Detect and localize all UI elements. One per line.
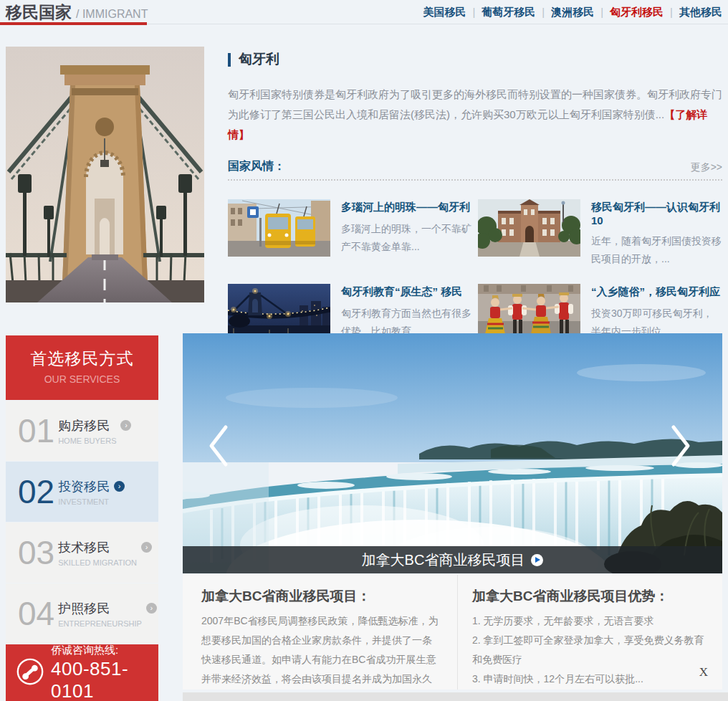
service-item-skilled[interactable]: 03 技术移民 SKILLED MIGRATION › [6,523,158,583]
services-title-cn: 首选移民方式 [6,348,158,370]
article-excerpt: 近年，随着匈牙利国债投资移民项目的开放，... [591,232,722,268]
nav-item-hungary[interactable]: 匈牙利移民 [610,6,664,18]
carousel-caption-text: 加拿大BC省商业移民项目 [362,550,525,570]
service-number: 03 [18,536,54,569]
service-number: 01 [18,414,54,447]
hotline-number: 400-851-0101 [51,658,158,701]
chevron-right-icon: › [120,420,131,431]
nav-item-other[interactable]: 其他移民 [679,6,722,18]
service-label-cn: 投资移民 [58,478,110,495]
service-label-cn: 技术移民 [58,539,137,556]
niagara-falls-image [183,333,722,573]
article-item[interactable]: “入乡随俗”，移民匈牙利应 投资30万即可移民匈牙利，半年内一步到位... [478,284,722,341]
article-item[interactable]: 移民匈牙利——认识匈牙利10 近年，随着匈牙利国债投资移民项目的开放，... [478,199,722,268]
article-title[interactable]: 移民匈牙利——认识匈牙利10 [591,201,722,226]
service-item-investment[interactable]: 02 投资移民 INVESTMENT › [6,462,158,522]
service-label-en: HOME BUYERS [58,437,116,445]
phone-icon [15,657,45,690]
article-thumb-trams [228,199,330,257]
nav-separator: | [542,6,545,18]
service-number: 02 [18,475,54,508]
article-title[interactable]: “入乡随俗”，移民匈牙利应 [591,285,722,299]
top-nav: 美国移民|葡萄牙移民|澳洲移民|匈牙利移民|其他移民 [423,6,722,19]
article-grid: 多瑙河上的明珠——匈牙利 多瑙河上的明珠，一个不靠矿产不靠黄金单靠... [228,199,722,341]
advantage-item: 3. 申请时间快，12个月左右可以获批... [472,669,705,689]
nav-separator: | [472,6,475,18]
advantage-item: 1. 无学历要求，无年龄要求，无语言要求 [472,611,705,631]
project-panel: 加拿大BC省商业移民项目： 2007年BC省移民局调整移民政策，降低甄选标准，为… [183,575,722,690]
article-title[interactable]: 匈牙利教育“原生态” 移民 [341,285,472,299]
carousel: 加拿大BC省商业移民项目 [183,333,722,573]
chevron-right-icon: › [141,542,152,553]
nav-item-australia[interactable]: 澳洲移民 [551,6,594,18]
chevron-left-icon [211,427,226,464]
page-title: 移民国家/ IMMIGRANT [6,1,148,24]
service-label-en: SKILLED MIGRATION [58,558,137,567]
chain-bridge-image [6,47,204,302]
article-excerpt: 多瑙河上的明珠，一个不靠矿产不靠黄金单靠... [341,220,472,256]
hotline-box: 侨诚咨询热线: 400-851-0101 [6,644,158,701]
chevron-right-icon: › [146,603,157,614]
service-item-home-buyers[interactable]: 01 购房移民 HOME BUYERS › [6,401,158,461]
page-title-en: / IMMIGRANT [76,8,148,20]
country-description: 匈牙利国家特别债券是匈牙利政府为了吸引更多的海外移民而特别设置的一种国家债券。匈… [228,85,722,145]
heading-accent-bar [228,53,231,67]
more-link[interactable]: 更多>> [691,161,722,174]
customs-header: 国家风情： 更多>> [228,159,722,174]
close-button[interactable]: X [699,665,708,679]
country-heading: 匈牙利 [228,50,722,69]
services-sidebar: 首选移民方式 OUR SERVICES 01 购房移民 HOME BUYERS … [6,335,158,701]
article-thumb-building [478,199,580,257]
carousel-caption[interactable]: 加拿大BC省商业移民项目 [183,546,722,573]
customs-heading: 国家风情： [228,159,285,174]
nav-separator: | [600,6,603,18]
title-underline [0,22,147,25]
dashed-divider [228,179,722,181]
article-thumb-dancers [478,284,580,341]
carousel-prev-button[interactable] [206,423,230,469]
article-item[interactable]: 多瑙河上的明珠——匈牙利 多瑙河上的明珠，一个不靠矿产不靠黄金单靠... [228,199,472,268]
article-body: 匈牙利教育“原生态” 移民 匈牙利教育方面当然也有很多优势。比如教育... [341,284,472,341]
article-body: 移民匈牙利——认识匈牙利10 近年，随着匈牙利国债投资移民项目的开放，... [591,199,722,268]
project-title: 加拿大BC省商业移民项目： [201,587,440,606]
article-title[interactable]: 多瑙河上的明珠——匈牙利 [341,201,472,214]
service-label-en: INVESTMENT [58,497,110,506]
hungary-bridge-photo [6,47,204,302]
country-name: 匈牙利 [239,50,279,69]
project-text: 2007年BC省移民局调整移民政策，降低甄选标准，为想要移民加国的合格企业家房款… [201,611,440,701]
advantage-item: 2. 拿到工签即可全家登录加拿大，享受免费义务教育和免费医疗 [472,631,705,669]
play-icon [531,554,543,566]
chevron-right-icon: › [114,481,125,492]
hotline-label: 侨诚咨询热线: [51,644,158,657]
nav-item-portugal[interactable]: 葡萄牙移民 [482,6,535,18]
article-item[interactable]: 匈牙利教育“原生态” 移民 匈牙利教育方面当然也有很多优势。比如教育... [228,284,472,341]
services-header: 首选移民方式 OUR SERVICES [6,335,158,400]
article-body: “入乡随俗”，移民匈牙利应 投资30万即可移民匈牙利，半年内一步到位... [591,284,722,341]
page: 移民国家/ IMMIGRANT 美国移民|葡萄牙移民|澳洲移民|匈牙利移民|其他… [0,0,728,701]
advantages-title: 加拿大BC省商业移民项目优势： [472,587,705,606]
service-number: 04 [18,597,54,630]
article-thumb-night-bridge [228,284,330,341]
bottom-divider-strip [183,692,728,701]
carousel-next-button[interactable] [669,423,694,469]
country-section: 匈牙利 匈牙利国家特别债券是匈牙利政府为了吸引更多的海外移民而特别设置的一种国家… [228,50,722,341]
chevron-right-icon [674,427,688,464]
page-header: 移民国家/ IMMIGRANT 美国移民|葡萄牙移民|澳洲移民|匈牙利移民|其他… [0,0,728,24]
service-label-cn: 购房移民 [58,417,116,434]
service-item-passport[interactable]: 04 护照移民 ENTREPRENEURSHIP › [6,583,158,644]
page-title-cn: 移民国家 [6,3,72,22]
nav-item-usa[interactable]: 美国移民 [423,6,466,18]
nav-separator: | [670,6,673,18]
services-title-en: OUR SERVICES [6,373,158,385]
project-advantages-column: 加拿大BC省商业移民项目优势： 1. 无学历要求，无年龄要求，无语言要求 2. … [457,575,722,690]
service-label-en: ENTREPRENEURSHIP [58,619,142,628]
article-body: 多瑙河上的明珠——匈牙利 多瑙河上的明珠，一个不靠矿产不靠黄金单靠... [341,199,472,268]
project-description-column: 加拿大BC省商业移民项目： 2007年BC省移民局调整移民政策，降低甄选标准，为… [183,575,457,690]
service-label-cn: 护照移民 [58,600,142,617]
